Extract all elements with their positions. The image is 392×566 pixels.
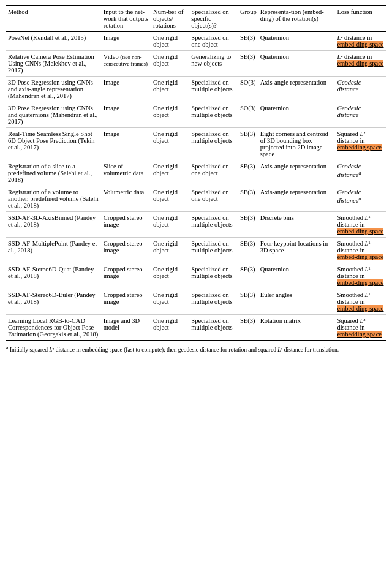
specialized-cell: Specialized on multiple objects bbox=[189, 77, 238, 102]
specialized-cell: Generalizing to new objects bbox=[189, 51, 238, 77]
representation-cell: Quaternion bbox=[258, 32, 336, 51]
method-cell: Relative Camera Pose Estimation Using CN… bbox=[6, 51, 102, 77]
method-cell: Registration of a volume to another, pre… bbox=[6, 186, 102, 212]
loss-cell: Smoothed L¹ distance in embed-ding space bbox=[335, 212, 386, 238]
table-row: SSD-AF-MultiplePoint (Pandey et al., 201… bbox=[6, 238, 386, 263]
input-cell: Image bbox=[102, 77, 151, 102]
method-cell: SSD-AF-MultiplePoint (Pandey et al., 201… bbox=[6, 238, 102, 263]
loss-cell: Geodesic distancea bbox=[335, 186, 386, 212]
header-row: Method Input to the net-work that output… bbox=[6, 6, 386, 32]
specialized-cell: Specialized on multiple objects bbox=[189, 212, 238, 238]
col-input: Input to the net-work that outputs rotat… bbox=[102, 6, 151, 32]
loss-cell: Smoothed L¹ distance in embed-ding space bbox=[335, 289, 386, 315]
group-cell: SE(3) bbox=[238, 186, 258, 212]
representation-cell: Axis-angle representation bbox=[258, 186, 336, 212]
table-row: 3D Pose Regression using CNNs and quater… bbox=[6, 102, 386, 128]
input-cell: Image and 3D model bbox=[102, 315, 151, 341]
loss-cell: Smoothed L¹ distance in embed-ding space bbox=[335, 238, 386, 263]
method-cell: SSD-AF-3D-AxisBinned (Pandey et al., 201… bbox=[6, 212, 102, 238]
group-cell: SE(3) bbox=[238, 238, 258, 263]
method-cell: Registration of a slice to a predefined … bbox=[6, 160, 102, 186]
method-cell: SSD-AF-Stereo6D-Euler (Pandey et al., 20… bbox=[6, 289, 102, 315]
num-objects-cell: One rigid object bbox=[151, 263, 189, 289]
specialized-cell: Specialized on one object bbox=[189, 160, 238, 186]
input-cell: Slice of volumetric data bbox=[102, 160, 151, 186]
specialized-cell: Specialized on multiple objects bbox=[189, 102, 238, 128]
loss-cell: Geodesic distance bbox=[335, 102, 386, 128]
group-cell: SO(3) bbox=[238, 77, 258, 102]
col-specialized: Specialized on specific object(s)? bbox=[189, 6, 238, 32]
col-method: Method bbox=[6, 6, 102, 32]
col-num: Num-ber of objects/ rotations bbox=[151, 6, 189, 32]
specialized-cell: Specialized on one object bbox=[189, 186, 238, 212]
representation-cell: Euler angles bbox=[258, 289, 336, 315]
num-objects-cell: One rigid object bbox=[151, 32, 189, 51]
table-row: Real-Time Seamless Single Shot 6D Object… bbox=[6, 128, 386, 160]
representation-cell: Four keypoint locations in 3D space bbox=[258, 238, 336, 263]
method-cell: 3D Pose Regression using CNNs and axis-a… bbox=[6, 77, 102, 102]
input-cell: Image bbox=[102, 32, 151, 51]
group-cell: SO(3) bbox=[238, 102, 258, 128]
table-row: SSD-AF-3D-AxisBinned (Pandey et al., 201… bbox=[6, 212, 386, 238]
method-cell: SSD-AF-Stereo6D-Quat (Pandey et al., 201… bbox=[6, 263, 102, 289]
specialized-cell: Specialized on multiple objects bbox=[189, 238, 238, 263]
col-group: Group bbox=[238, 6, 258, 32]
method-cell: Learning Local RGB-to-CAD Correspondence… bbox=[6, 315, 102, 341]
representation-cell: Axis-angle representation bbox=[258, 77, 336, 102]
table-row: Relative Camera Pose Estimation Using CN… bbox=[6, 51, 386, 77]
input-cell: Video (two non-consecutive frames) bbox=[102, 51, 151, 77]
num-objects-cell: One rigid object bbox=[151, 77, 189, 102]
specialized-cell: Specialized on multiple objects bbox=[189, 315, 238, 341]
method-cell: 3D Pose Regression using CNNs and quater… bbox=[6, 102, 102, 128]
num-objects-cell: One rigid object bbox=[151, 212, 189, 238]
loss-cell: Squared L² distance in embedding space bbox=[335, 315, 386, 341]
num-objects-cell: One rigid object bbox=[151, 102, 189, 128]
group-cell: SE(3) bbox=[238, 128, 258, 160]
loss-cell: Squared L² distance in embedding space bbox=[335, 128, 386, 160]
representation-cell: Quaternion bbox=[258, 102, 336, 128]
num-objects-cell: One rigid object bbox=[151, 238, 189, 263]
num-objects-cell: One rigid object bbox=[151, 160, 189, 186]
representation-cell: Quaternion bbox=[258, 51, 336, 77]
specialized-cell: Specialized on multiple objects bbox=[189, 289, 238, 315]
table-row: SSD-AF-Stereo6D-Quat (Pandey et al., 201… bbox=[6, 263, 386, 289]
method-cell: Real-Time Seamless Single Shot 6D Object… bbox=[6, 128, 102, 160]
num-objects-cell: One rigid object bbox=[151, 289, 189, 315]
input-cell: Cropped stereo image bbox=[102, 289, 151, 315]
specialized-cell: Specialized on one object bbox=[189, 32, 238, 51]
group-cell: SE(3) bbox=[238, 32, 258, 51]
table-row: Registration of a slice to a predefined … bbox=[6, 160, 386, 186]
num-objects-cell: One rigid object bbox=[151, 51, 189, 77]
loss-cell: L² distance in embed-ding space bbox=[335, 51, 386, 77]
specialized-cell: Specialized on multiple objects bbox=[189, 128, 238, 160]
input-cell: Cropped stereo image bbox=[102, 263, 151, 289]
method-cell: PoseNet (Kendall et al., 2015) bbox=[6, 32, 102, 51]
representation-cell: Eight corners and centroid of 3D boundin… bbox=[258, 128, 336, 160]
input-cell: Volumetric data bbox=[102, 186, 151, 212]
group-cell: SE(3) bbox=[238, 263, 258, 289]
col-loss: Loss function bbox=[335, 6, 386, 32]
input-cell: Cropped stereo image bbox=[102, 238, 151, 263]
loss-cell: L² distance in embed-ding space bbox=[335, 32, 386, 51]
loss-cell: Smoothed L¹ distance in embed-ding space bbox=[335, 263, 386, 289]
specialized-cell: Specialized on multiple objects bbox=[189, 263, 238, 289]
footnote: a Initially squared L² distance in embed… bbox=[6, 344, 386, 353]
group-cell: SE(3) bbox=[238, 315, 258, 341]
table-row: 3D Pose Regression using CNNs and axis-a… bbox=[6, 77, 386, 102]
input-cell: Image bbox=[102, 128, 151, 160]
num-objects-cell: One rigid object bbox=[151, 186, 189, 212]
loss-cell: Geodesic distance bbox=[335, 77, 386, 102]
representation-cell: Axis-angle representation bbox=[258, 160, 336, 186]
num-objects-cell: One rigid object bbox=[151, 315, 189, 341]
group-cell: SE(3) bbox=[238, 212, 258, 238]
num-objects-cell: One rigid object bbox=[151, 128, 189, 160]
page: Method Input to the net-work that output… bbox=[0, 0, 392, 358]
main-table: Method Input to the net-work that output… bbox=[6, 5, 386, 341]
input-cell: Image bbox=[102, 102, 151, 128]
representation-cell: Quaternion bbox=[258, 263, 336, 289]
table-row: PoseNet (Kendall et al., 2015)ImageOne r… bbox=[6, 32, 386, 51]
group-cell: SE(3) bbox=[238, 51, 258, 77]
representation-cell: Rotation matrix bbox=[258, 315, 336, 341]
table-row: Registration of a volume to another, pre… bbox=[6, 186, 386, 212]
table-row: SSD-AF-Stereo6D-Euler (Pandey et al., 20… bbox=[6, 289, 386, 315]
